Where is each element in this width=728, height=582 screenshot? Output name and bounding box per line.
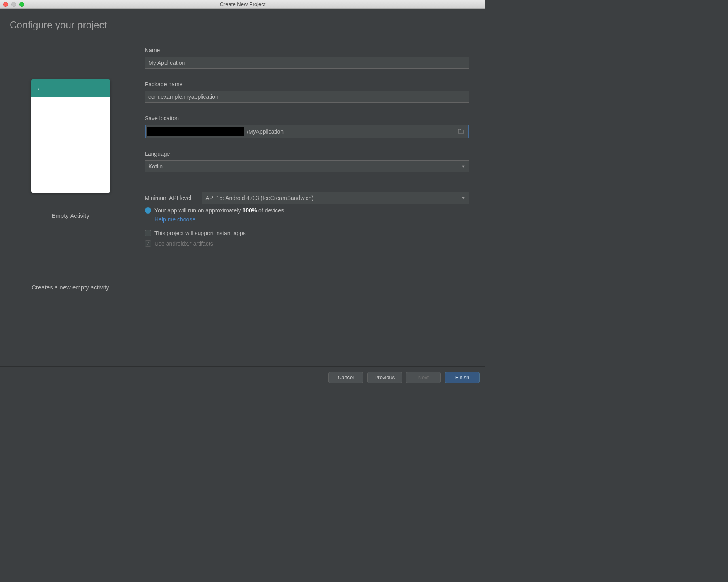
page-title: Configure your project	[10, 19, 476, 31]
api-label: Minimum API level	[145, 195, 191, 201]
package-label: Package name	[145, 81, 469, 87]
name-field-group: Name	[145, 47, 469, 69]
browse-folder-icon[interactable]	[458, 128, 466, 135]
back-arrow-icon: ←	[36, 84, 44, 92]
save-location-suffix: /MyApplication	[246, 128, 458, 135]
window-title: Create New Project	[0, 1, 485, 7]
api-level-select[interactable]: API 15: Android 4.0.3 (IceCreamSandwich)…	[202, 192, 469, 204]
androidx-checkbox: ✓	[145, 240, 151, 247]
api-coverage-text: Your app will run on approximately 100% …	[154, 207, 286, 214]
name-label: Name	[145, 47, 469, 53]
language-select[interactable]: Kotlin ▼	[145, 160, 469, 172]
help-me-choose-link[interactable]: Help me choose	[154, 216, 195, 223]
save-location-label: Save location	[145, 115, 469, 121]
template-description: Creates a new empty activity	[32, 284, 109, 291]
save-location-input[interactable]: /MyApplication	[145, 125, 469, 138]
template-name: Empty Activity	[51, 212, 89, 219]
cancel-button[interactable]: Cancel	[328, 372, 363, 383]
info-icon: i	[145, 207, 151, 214]
next-button: Next	[406, 372, 441, 383]
api-section: Minimum API level API 15: Android 4.0.3 …	[145, 185, 469, 247]
save-location-field-group: Save location /MyApplication	[145, 115, 469, 138]
instant-apps-checkbox[interactable]	[145, 230, 151, 236]
instant-apps-label: This project will support instant apps	[154, 230, 246, 236]
redacted-path-segment	[147, 127, 244, 136]
package-input[interactable]	[145, 91, 469, 103]
language-field-group: Language Kotlin ▼	[145, 151, 469, 172]
name-input[interactable]	[145, 57, 469, 69]
previous-button[interactable]: Previous	[367, 372, 402, 383]
language-label: Language	[145, 151, 469, 157]
androidx-label: Use androidx.* artifacts	[154, 240, 213, 247]
language-value: Kotlin	[148, 163, 163, 170]
finish-button[interactable]: Finish	[445, 372, 480, 383]
titlebar: Create New Project	[0, 0, 485, 9]
api-level-value: API 15: Android 4.0.3 (IceCreamSandwich)	[205, 195, 313, 201]
dialog-footer: Cancel Previous Next Finish	[0, 366, 485, 388]
template-preview: ←	[31, 79, 110, 193]
package-field-group: Package name	[145, 81, 469, 103]
chevron-down-icon: ▼	[461, 164, 466, 169]
chevron-down-icon: ▼	[461, 195, 466, 200]
